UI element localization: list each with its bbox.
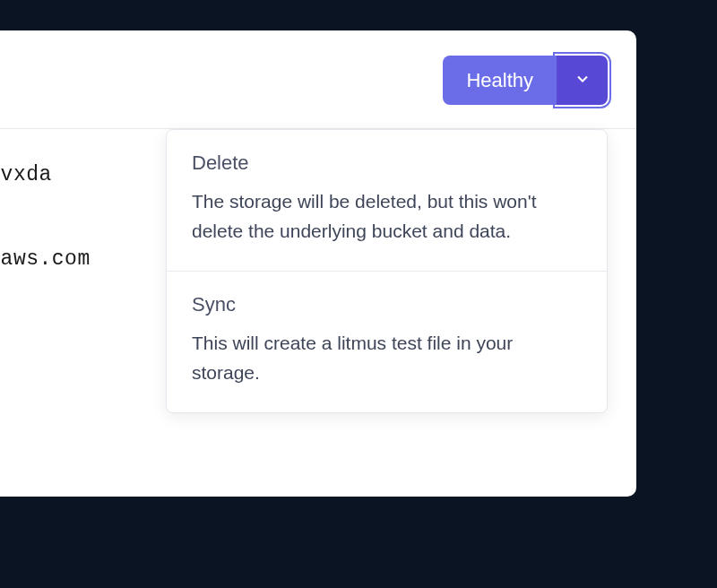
menu-item-description: This will create a litmus test file in y… — [192, 329, 582, 387]
menu-item-description: The storage will be deleted, but this wo… — [192, 187, 582, 246]
chevron-down-icon — [574, 70, 592, 91]
dropdown-toggle[interactable] — [557, 56, 608, 105]
menu-item-sync[interactable]: Sync This will create a litmus test file… — [167, 271, 607, 412]
status-button[interactable]: Healthy — [443, 56, 557, 105]
storage-card: Healthy cvvxda onaws.com Delete The stor… — [0, 30, 636, 497]
dropdown-menu: Delete The storage will be deleted, but … — [166, 129, 608, 413]
menu-item-title: Delete — [192, 151, 582, 175]
status-label: Healthy — [466, 69, 533, 92]
card-header: Healthy — [0, 30, 636, 129]
card-body: cvvxda onaws.com Delete The storage will… — [0, 129, 636, 366]
menu-item-title: Sync — [192, 293, 582, 316]
menu-item-delete[interactable]: Delete The storage will be deleted, but … — [167, 130, 607, 271]
